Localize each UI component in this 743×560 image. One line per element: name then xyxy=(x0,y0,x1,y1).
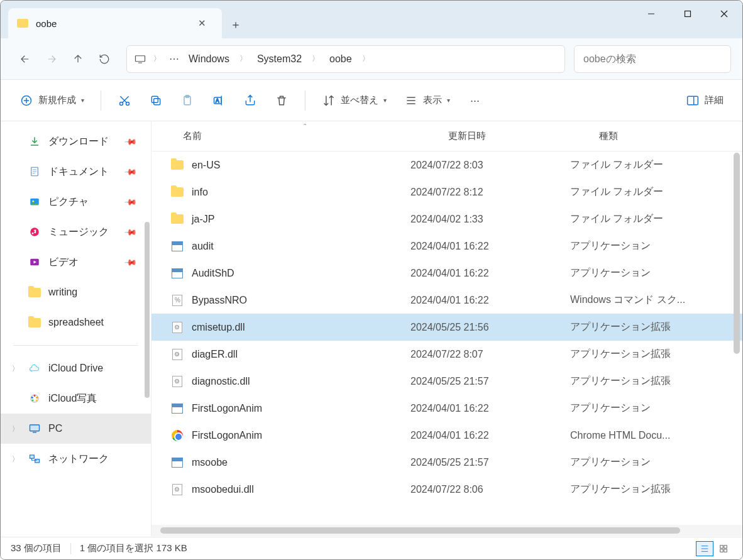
sidebar-item-icloud[interactable]: 〉 iCloud Drive xyxy=(1,353,151,383)
breadcrumb-segment[interactable]: oobe xyxy=(326,51,356,67)
sidebar-item-pictures[interactable]: ピクチャ 📌 xyxy=(1,187,151,217)
chevron-right-icon[interactable]: 〉 xyxy=(12,424,19,434)
breadcrumb-segment[interactable]: Windows xyxy=(185,51,233,67)
paste-button[interactable] xyxy=(173,88,202,113)
window-tab[interactable]: oobe ✕ xyxy=(8,8,222,38)
trash-icon xyxy=(275,94,289,107)
sidebar-item-document[interactable]: ドキュメント 📌 xyxy=(1,156,151,187)
file-name: cmisetup.dll xyxy=(192,322,245,333)
column-header-type[interactable]: 種類 xyxy=(585,130,742,142)
column-header-name[interactable]: 名前 xyxy=(151,130,434,142)
share-button[interactable] xyxy=(236,88,265,113)
more-icon[interactable]: ⋯ xyxy=(167,53,181,65)
copy-button[interactable] xyxy=(141,88,170,113)
chevron-right-icon[interactable]: 〉 xyxy=(12,364,19,373)
file-row[interactable]: cmisetup.dll 2024/05/25 21:56 アプリケーション拡張 xyxy=(151,314,742,341)
up-button[interactable] xyxy=(65,46,91,72)
document-icon xyxy=(28,165,41,178)
file-row[interactable]: FirstLogonAnim 2024/04/01 16:22 Chrome H… xyxy=(151,422,742,449)
vertical-scrollbar[interactable] xyxy=(734,153,740,505)
horizontal-scrollbar[interactable] xyxy=(151,525,742,536)
share-icon xyxy=(243,94,257,107)
more-button[interactable]: ⋯ xyxy=(460,88,489,113)
cmd-icon xyxy=(170,295,184,306)
back-button[interactable] xyxy=(12,46,38,72)
file-row[interactable]: msoobedui.dll 2024/07/22 8:06 アプリケーション拡張 xyxy=(151,476,742,503)
icons-view-toggle[interactable] xyxy=(715,541,732,556)
exe-icon xyxy=(170,241,184,252)
minimize-button[interactable] xyxy=(633,1,669,27)
folder-icon xyxy=(170,187,184,198)
file-row[interactable]: audit 2024/04/01 16:22 アプリケーション xyxy=(151,233,742,260)
rename-button[interactable]: A xyxy=(204,88,233,113)
column-headers: ⌃ 名前 更新日時 種類 xyxy=(151,121,742,151)
sidebar-item-music[interactable]: ミュージック 📌 xyxy=(1,217,151,247)
sort-button[interactable]: 並べ替え ▾ xyxy=(314,88,394,113)
delete-button[interactable] xyxy=(267,88,296,113)
forward-button[interactable] xyxy=(38,46,65,72)
search-input[interactable] xyxy=(574,45,731,73)
file-row[interactable]: en-US 2024/07/22 8:03 ファイル フォルダー xyxy=(151,151,742,178)
svg-point-37 xyxy=(32,400,34,402)
address-bar[interactable]: 〉 ⋯ Windows 〉 System32 〉 oobe 〉 xyxy=(126,45,565,73)
file-row[interactable]: ja-JP 2024/04/02 1:33 ファイル フォルダー xyxy=(151,206,742,233)
new-button[interactable]: 新規作成 ▾ xyxy=(12,88,92,113)
file-date: 2024/07/22 8:03 xyxy=(408,160,559,171)
file-type: ファイル フォルダー xyxy=(559,185,742,199)
sidebar-item-icloud-photos[interactable]: iCloud写真 xyxy=(1,383,151,414)
chevron-right-icon[interactable]: 〉 xyxy=(360,53,372,64)
maximize-button[interactable] xyxy=(669,1,706,27)
file-row[interactable]: diagER.dll 2024/07/22 8:07 アプリケーション拡張 xyxy=(151,341,742,368)
new-tab-button[interactable]: ＋ xyxy=(222,11,250,38)
sidebar-item-folder[interactable]: writing xyxy=(1,277,151,307)
sidebar-item-folder[interactable]: spreadsheet xyxy=(1,307,151,338)
sidebar-item-label: iCloud Drive xyxy=(48,363,103,374)
file-row[interactable]: diagnostic.dll 2024/05/25 21:57 アプリケーション… xyxy=(151,368,742,395)
sidebar-scrollbar[interactable] xyxy=(143,121,151,536)
refresh-button[interactable] xyxy=(91,46,118,72)
file-row[interactable]: FirstLogonAnim 2024/04/01 16:22 アプリケーション xyxy=(151,395,742,422)
view-button[interactable]: 表示 ▾ xyxy=(397,88,458,113)
file-type: アプリケーション拡張 xyxy=(559,321,742,334)
scrollbar-thumb[interactable] xyxy=(160,527,680,534)
file-row[interactable]: AuditShD 2024/04/01 16:22 アプリケーション xyxy=(151,260,742,287)
close-window-button[interactable] xyxy=(706,1,742,27)
chevron-right-icon[interactable]: 〉 xyxy=(237,53,250,64)
cut-button[interactable] xyxy=(110,88,139,113)
chevron-right-icon[interactable]: 〉 xyxy=(151,53,163,64)
sidebar-item-network[interactable]: 〉 ネットワーク xyxy=(1,444,151,474)
details-view-toggle[interactable] xyxy=(696,541,713,556)
details-button[interactable]: 詳細 xyxy=(678,88,731,113)
file-type: ファイル フォルダー xyxy=(559,212,742,226)
svg-point-36 xyxy=(36,400,38,402)
folder-icon xyxy=(170,214,184,225)
folder-icon xyxy=(28,316,41,329)
scrollbar-thumb[interactable] xyxy=(145,222,150,398)
file-date: 2024/05/25 21:57 xyxy=(408,376,559,387)
sort-indicator-icon: ⌃ xyxy=(302,123,307,129)
file-row[interactable]: info 2024/07/22 8:12 ファイル フォルダー xyxy=(151,178,742,206)
file-type: Chrome HTML Docu... xyxy=(559,430,742,441)
file-name: diagER.dll xyxy=(192,349,238,360)
chevron-right-icon[interactable]: 〉 xyxy=(12,454,19,464)
file-row[interactable]: msoobe 2024/05/25 21:57 アプリケーション xyxy=(151,449,742,476)
file-date: 2024/04/01 16:22 xyxy=(408,430,559,441)
details-pane-icon xyxy=(686,94,700,107)
divider xyxy=(305,91,305,111)
file-row[interactable]: BypassNRO 2024/04/01 16:22 Windows コマンド … xyxy=(151,287,742,314)
column-header-date[interactable]: 更新日時 xyxy=(434,130,585,142)
dll-icon xyxy=(170,376,184,387)
scrollbar-thumb[interactable] xyxy=(734,153,740,354)
sidebar-item-download[interactable]: ダウンロード 📌 xyxy=(1,126,151,156)
exe-icon xyxy=(170,457,184,468)
close-tab-button[interactable]: ✕ xyxy=(190,12,213,35)
breadcrumb-segment[interactable]: System32 xyxy=(253,51,305,67)
sidebar-item-video[interactable]: ビデオ 📌 xyxy=(1,247,151,277)
svg-rect-14 xyxy=(151,96,158,102)
svg-text:A: A xyxy=(216,97,219,104)
sidebar-item-pc[interactable]: 〉 PC xyxy=(1,414,151,444)
pin-icon: 📌 xyxy=(124,225,138,239)
chevron-right-icon[interactable]: 〉 xyxy=(309,53,322,64)
dll-icon xyxy=(170,484,184,495)
sort-icon xyxy=(322,94,336,107)
